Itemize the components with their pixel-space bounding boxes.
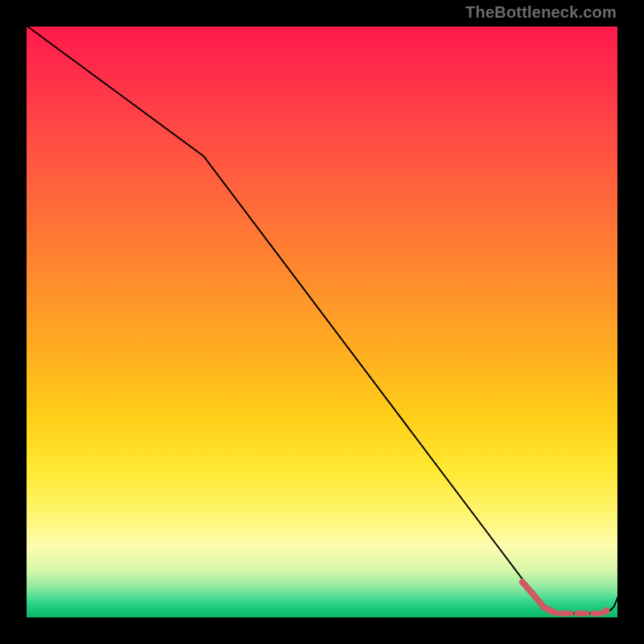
bottleneck-curve [23, 23, 621, 613]
watermark-text: TheBottleneck.com [465, 3, 617, 22]
marker-dash-seg [522, 582, 542, 605]
marker-dash-seg [543, 607, 555, 613]
marker-dot [603, 608, 610, 615]
marker-dash-group [522, 582, 610, 615]
chart-svg [27, 27, 617, 617]
